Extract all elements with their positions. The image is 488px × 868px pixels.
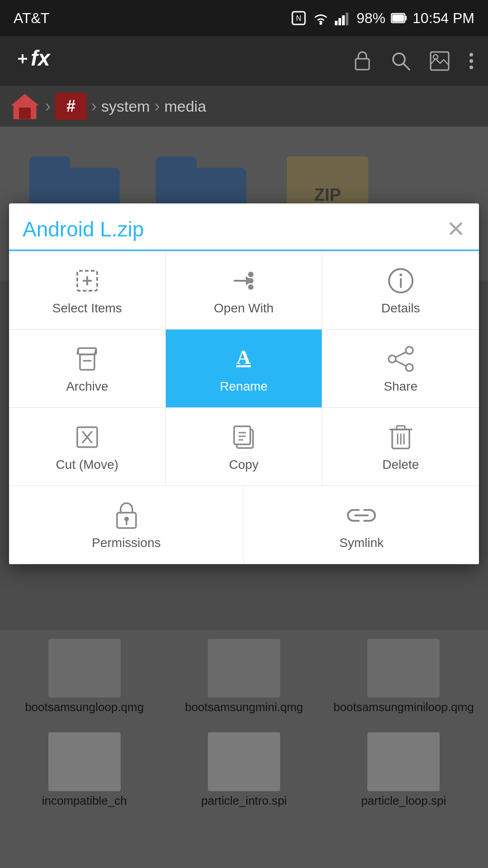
svg-point-18 [469,53,473,57]
svg-point-30 [248,284,253,290]
battery-icon [391,12,407,24]
toolbar: fx [0,36,488,86]
svg-text:N: N [296,14,301,22]
rename-icon: A [230,343,257,375]
menu-label-cut-move: Cut (Move) [56,458,118,472]
svg-text:fx: fx [31,46,51,70]
svg-rect-6 [346,13,348,25]
dialog-close-button[interactable]: ✕ [446,216,465,250]
svg-point-33 [399,274,402,276]
breadcrumb-media[interactable]: media [164,98,206,115]
dialog-title: Android L.zip [23,217,144,249]
svg-rect-9 [392,14,404,22]
symlink-icon [347,500,376,531]
breadcrumb-sep3: › [155,97,160,116]
delete-icon [389,421,413,453]
svg-point-42 [389,355,396,363]
menu-label-share: Share [384,379,418,394]
lock-icon[interactable] [352,50,372,72]
permissions-icon [114,500,139,531]
menu-label-archive: Archive [66,379,108,394]
menu-item-delete[interactable]: Delete [322,408,479,486]
search-icon[interactable] [390,51,411,71]
more-icon[interactable] [468,51,474,71]
menu-label-copy: Copy [229,458,258,472]
svg-rect-35 [80,354,94,370]
nfc-icon: N [291,10,307,26]
breadcrumb-sep1: › [45,97,51,116]
open-with-icon [230,265,257,297]
menu-label-open-with: Open With [214,301,273,316]
svg-rect-4 [338,18,341,25]
menu-item-cut-move[interactable]: Cut (Move) [9,408,166,486]
carrier-label: AT&T [14,10,49,27]
menu-label-rename: Rename [220,379,268,394]
svg-rect-8 [405,16,407,20]
svg-line-43 [396,352,406,357]
image-icon[interactable] [429,51,450,71]
toolbar-actions [352,50,474,72]
menu-label-symlink: Symlink [339,536,384,550]
svg-line-37 [77,348,78,354]
svg-rect-13 [356,59,369,70]
file-context-dialog: Android L.zip ✕ Select Items [9,203,479,564]
battery-text: 98% [357,10,385,27]
svg-point-2 [319,22,322,25]
svg-rect-55 [397,426,405,429]
menu-item-share[interactable]: Share [322,330,479,408]
signal-icon [335,11,351,25]
svg-rect-5 [342,15,345,25]
svg-line-15 [403,63,409,70]
share-icon [387,343,415,375]
svg-point-19 [469,59,473,63]
breadcrumb-system[interactable]: system [101,98,150,115]
copy-icon [230,421,257,453]
menu-item-permissions[interactable]: Permissions [9,486,244,564]
menu-label-details: Details [381,301,420,316]
home-icon[interactable] [9,92,41,121]
dialog-menu-bottom: Permissions Symlink [9,486,479,564]
select-items-icon [74,265,101,297]
breadcrumb: › # › system › media [0,86,488,127]
menu-label-permissions: Permissions [92,536,160,550]
breadcrumb-root[interactable]: # [55,93,87,120]
svg-text:A: A [237,346,251,368]
status-bar: AT&T N 98% 10:54 PM [0,0,488,36]
dialog-menu-grid: Select Items Open With [9,251,479,486]
details-icon [387,265,414,297]
svg-point-20 [469,66,473,69]
menu-label-select-items: Select Items [52,301,122,316]
menu-item-details[interactable]: Details [322,251,479,330]
svg-rect-49 [234,426,250,444]
time-label: 10:54 PM [413,10,474,27]
svg-point-29 [248,278,253,283]
menu-item-rename[interactable]: A Rename [166,330,323,408]
menu-item-open-with[interactable]: Open With [166,251,323,330]
svg-line-44 [396,361,406,366]
wifi-icon [312,11,329,25]
archive-icon [74,343,101,375]
cut-icon [74,421,101,453]
svg-rect-34 [78,348,96,354]
svg-rect-3 [335,21,338,25]
breadcrumb-sep2: › [91,97,97,116]
svg-point-41 [406,364,413,371]
svg-point-40 [406,347,413,354]
dialog-header: Android L.zip ✕ [9,203,479,251]
status-right: N 98% 10:54 PM [291,10,474,27]
app-logo: fx [14,45,72,77]
svg-rect-22 [19,108,31,119]
menu-item-archive[interactable]: Archive [9,330,166,408]
menu-item-copy[interactable]: Copy [166,408,323,486]
menu-item-select-items[interactable]: Select Items [9,251,166,330]
svg-point-28 [248,272,253,277]
menu-label-delete: Delete [382,458,419,472]
menu-item-symlink[interactable]: Symlink [244,486,479,564]
